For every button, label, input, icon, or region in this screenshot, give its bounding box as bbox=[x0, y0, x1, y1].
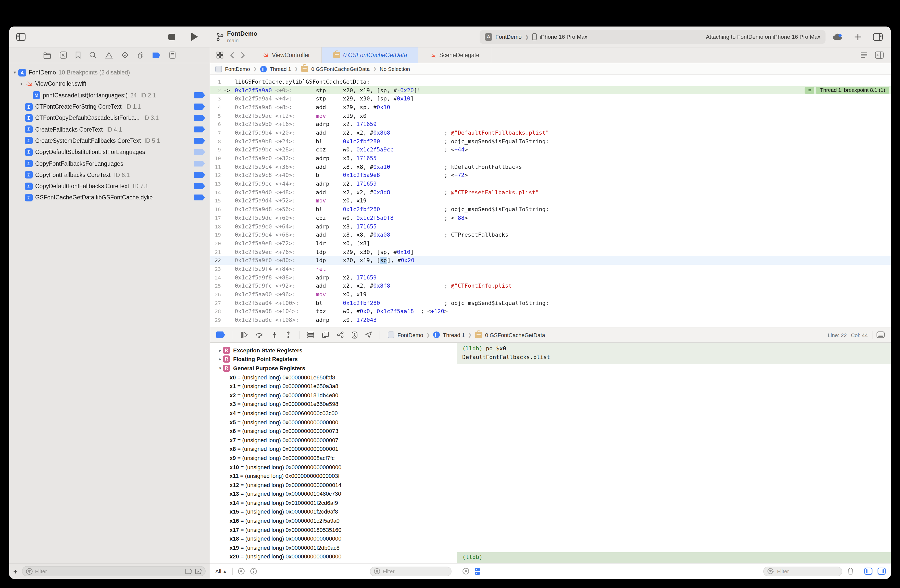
breakpoint-navigator-icon[interactable] bbox=[152, 52, 161, 59]
jumpbar-frame[interactable]: 0 GSFontCacheGetData bbox=[311, 66, 370, 72]
register-row[interactable]: x17 = (unsigned long) 0x0000000180535160 bbox=[210, 525, 457, 534]
trash-icon[interactable] bbox=[847, 568, 853, 575]
register-row[interactable]: x2 = (unsigned long) 0x0000000181db4e80 bbox=[210, 391, 457, 399]
disclosure-chevron-icon[interactable]: ▸ bbox=[217, 357, 223, 362]
breakpoint-row[interactable]: ΣGSFontCacheGetData libGSFontCache.dylib bbox=[9, 192, 210, 203]
asm-line-20[interactable]: 200x1c2f5a9e8 <+72>: ldr x0, [x8] bbox=[210, 239, 891, 248]
show-types-icon[interactable] bbox=[462, 568, 469, 575]
breakpoint-row[interactable]: ΣCopyFontFallbacksForLanguages bbox=[9, 158, 210, 169]
add-editor-icon[interactable] bbox=[875, 51, 884, 59]
tab-gsfontcachegetdata[interactable]: 0 GSFontCacheGetData bbox=[322, 48, 418, 63]
add-breakpoint-button[interactable]: + bbox=[13, 567, 18, 576]
forward-button[interactable] bbox=[241, 52, 245, 59]
variables-scope-popup[interactable]: All▲ bbox=[215, 568, 227, 574]
register-row[interactable]: x9 = (unsigned long) 0x0000000008acf7fc bbox=[210, 453, 457, 462]
run-button[interactable] bbox=[191, 32, 198, 41]
breakpoint-enabled-badge[interactable] bbox=[194, 195, 205, 201]
bookmark-navigator-icon[interactable] bbox=[76, 51, 81, 59]
register-group-row[interactable]: ▸RException State Registers bbox=[210, 346, 457, 355]
scheme-selector[interactable]: A FontDemo ❯ iPhone 16 Pro Max Attaching… bbox=[479, 30, 826, 43]
debug-crumb-frame[interactable]: 0 GSFontCacheGetData bbox=[485, 332, 545, 338]
asm-line-28[interactable]: 280x1c2f5aa08 <+104>: tbz w0, #0x0, 0x1c… bbox=[210, 307, 891, 316]
scheme-device[interactable]: iPhone 16 Pro Max bbox=[540, 34, 588, 40]
disclosure-chevron-icon[interactable]: ▾ bbox=[12, 70, 17, 75]
report-navigator-icon[interactable] bbox=[169, 51, 175, 59]
asm-line-18[interactable]: 180x1c2f5a9e0 <+64>: adrp x8, 171655 bbox=[210, 222, 891, 231]
stop-button[interactable] bbox=[168, 33, 175, 40]
asm-line-7[interactable]: 70x1c2f5a9b4 <+20>: add x2, x2, #0x8b8 ;… bbox=[210, 128, 891, 137]
environment-overrides-button[interactable] bbox=[352, 331, 358, 338]
breakpoint-enabled-badge[interactable] bbox=[194, 183, 205, 189]
memory-graph-button[interactable] bbox=[322, 331, 329, 338]
asm-line-26[interactable]: 260x1c2f5aa00 <+96>: mov x0, x19 bbox=[210, 290, 891, 299]
asm-line-2[interactable]: 2->0x1c2f5a9a0 <+0>: stp x20, x19, [sp, … bbox=[210, 86, 891, 94]
register-row[interactable]: x15 = (unsigned long) 0x00000001f2cd6af8 bbox=[210, 507, 457, 516]
asm-line-29[interactable]: 290x1c2f5aa0c <+108>: adrp x0, 172043 bbox=[210, 316, 891, 324]
console-mode-icon[interactable] bbox=[475, 567, 481, 575]
variables-filter-field[interactable]: Filter bbox=[370, 566, 452, 576]
asm-line-12[interactable]: 120x1c2f5a9c8 <+40>: b 0x1c2f5a9e8 ; <+7… bbox=[210, 171, 891, 179]
asm-line-23[interactable]: 230x1c2f5a9f4 <+84>: ret bbox=[210, 265, 891, 273]
breakpoint-row[interactable]: ▾AFontDemo10 Breakpoints (2 disabled) bbox=[9, 67, 210, 78]
register-group-row[interactable]: ▸RFloating Point Registers bbox=[210, 355, 457, 364]
register-row[interactable]: x6 = (unsigned long) 0x0000000000000073 bbox=[210, 427, 457, 435]
asm-line-5[interactable]: 50x1c2f5a9ac <+12>: mov x19, x0 bbox=[210, 112, 891, 120]
console-toggle-icon[interactable] bbox=[877, 331, 885, 338]
disclosure-chevron-icon[interactable]: ▾ bbox=[19, 81, 24, 87]
view-hierarchy-button[interactable] bbox=[307, 331, 314, 338]
thread-jump-button[interactable] bbox=[337, 331, 344, 338]
register-row[interactable]: x18 = (unsigned long) 0x0000000000000000 bbox=[210, 534, 457, 543]
breakpoint-enabled-badge[interactable] bbox=[194, 92, 205, 98]
asm-line-4[interactable]: 40x1c2f5a9a8 <+8>: add x29, sp, #0x10 bbox=[210, 103, 891, 111]
asm-line-17[interactable]: 170x1c2f5a9dc <+60>: cbz w0, 0x1c2f5a9f8… bbox=[210, 214, 891, 222]
info-icon[interactable] bbox=[250, 568, 257, 575]
register-row[interactable]: x20 = (unsigned long) 0x0000000000000000 bbox=[210, 552, 457, 561]
breakpoint-row[interactable]: ΣCreateSystemDefaultFallbacks CoreTextID… bbox=[9, 135, 210, 147]
add-tab-button[interactable] bbox=[854, 33, 862, 40]
breakpoint-row[interactable]: ΣCTFontCopyDefaultCascadeListForLa...ID … bbox=[9, 112, 210, 124]
filter-enabled-check-icon[interactable] bbox=[195, 568, 202, 574]
jumpbar-thread[interactable]: Thread 1 bbox=[270, 66, 291, 72]
breakpoint-enabled-badge[interactable] bbox=[194, 160, 205, 167]
asm-line-21[interactable]: 210x1c2f5a9ec <+76>: ldp x29, x30, [sp, … bbox=[210, 248, 891, 256]
register-row[interactable]: x5 = (unsigned long) 0x0000000000000000 bbox=[210, 418, 457, 427]
hide-console-view-button[interactable] bbox=[878, 568, 886, 575]
asm-line-3[interactable]: 30x1c2f5a9a4 <+4>: stp x29, x30, [sp, #0… bbox=[210, 94, 891, 103]
asm-line-9[interactable]: 90x1c2f5a9bc <+28>: cbz w0, 0x1c2f5a9cc … bbox=[210, 145, 891, 154]
register-row[interactable]: x16 = (unsigned long) 0x00000001c2f5a9a0 bbox=[210, 516, 457, 525]
register-row[interactable]: x8 = (unsigned long) 0x0000000000000001 bbox=[210, 444, 457, 453]
breakpoint-enabled-badge[interactable] bbox=[194, 126, 205, 132]
simulate-location-button[interactable] bbox=[365, 331, 372, 338]
step-out-button[interactable] bbox=[285, 331, 291, 338]
breakpoints-toggle-button[interactable] bbox=[216, 331, 225, 338]
step-into-button[interactable] bbox=[272, 331, 278, 338]
breakpoint-enabled-badge[interactable] bbox=[194, 172, 205, 178]
breakpoint-row[interactable]: ΣCopyFontFallbacks CoreTextID 6.1 bbox=[9, 169, 210, 181]
scheme-target[interactable]: FontDemo bbox=[495, 34, 522, 40]
disclosure-chevron-icon[interactable]: ▸ bbox=[217, 348, 223, 353]
breakpoint-enabled-badge[interactable] bbox=[194, 138, 205, 144]
asm-line-8[interactable]: 80x1c2f5a9b8 <+24>: bl 0x1c2fbf280 ; obj… bbox=[210, 137, 891, 145]
asm-line-14[interactable]: 140x1c2f5a9d0 <+48>: add x2, x2, #0x8d8 … bbox=[210, 188, 891, 197]
asm-line-22[interactable]: 220x1c2f5a9f0 <+80>: ldp x20, x19, [sp],… bbox=[210, 256, 891, 265]
asm-line-24[interactable]: 240x1c2f5a9f8 <+88>: adrp x2, 171659 bbox=[210, 273, 891, 282]
editor-options-icon[interactable] bbox=[860, 52, 868, 58]
breakpoint-row[interactable]: MprintCascadeList(for:languages:)24ID 2.… bbox=[9, 90, 210, 101]
breakpoint-hit-annotation[interactable]: ≡Thread 1: breakpoint 8.1 (1) bbox=[805, 87, 889, 94]
asm-line-25[interactable]: 250x1c2f5a9fc <+92>: add x2, x2, #0x8f8 … bbox=[210, 282, 891, 290]
jumpbar-selection[interactable]: No Selection bbox=[380, 66, 410, 72]
tab-scenedelegate[interactable]: SceneDelegate bbox=[418, 48, 491, 63]
register-row[interactable]: x13 = (unsigned long) 0x000000010480c730 bbox=[210, 489, 457, 498]
cloud-status-icon[interactable] bbox=[833, 33, 843, 40]
sidebar-toggle-icon[interactable] bbox=[16, 33, 25, 40]
find-navigator-icon[interactable] bbox=[89, 51, 96, 59]
console-input-line[interactable]: (lldb) bbox=[457, 552, 891, 563]
jump-bar[interactable]: FontDemo ❯ || Thread 1 ❯ 0 GSFontCacheGe… bbox=[210, 63, 891, 75]
console-output[interactable]: (lldb) po $x0 DefaultFontFallbacks.plist bbox=[457, 343, 891, 552]
project-navigator-icon[interactable] bbox=[43, 52, 51, 59]
breakpoint-filter-field[interactable]: Filter bbox=[22, 566, 206, 576]
filter-breakpoint-flag-icon[interactable] bbox=[185, 568, 192, 574]
jumpbar-project[interactable]: FontDemo bbox=[225, 66, 250, 72]
disassembly-editor[interactable]: 1libGSFontCache.dylib`GSFontCacheGetData… bbox=[210, 75, 891, 327]
step-over-button[interactable] bbox=[256, 331, 264, 338]
